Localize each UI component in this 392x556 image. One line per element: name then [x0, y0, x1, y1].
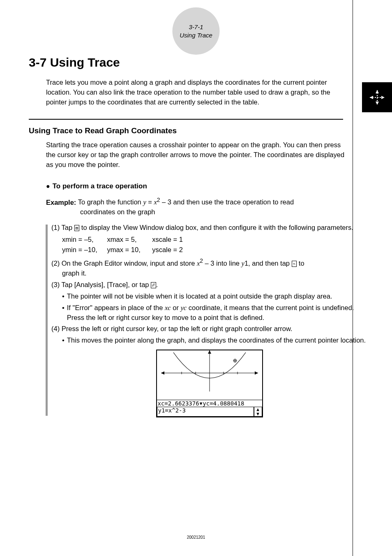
view-window-icon: ⊞: [74, 225, 80, 231]
step-1-params: xmin = –5, xmax = 5, xscale = 1 ymin = –…: [62, 234, 367, 255]
trace-figure: xc=2.6623376▼yc=4.0880418 y1=x^2-3 ▲▼: [156, 350, 263, 417]
svg-marker-17: [381, 96, 385, 99]
svg-marker-2: [208, 350, 211, 354]
trace-equation: y1=x^2-3: [157, 407, 254, 417]
step-4: (4) Press the left or right cursor key, …: [51, 324, 367, 334]
svg-marker-14: [376, 90, 379, 93]
page-right-margin: [353, 0, 392, 556]
step-3: (3) Tap [Analysis], [Trace], or tap ☍.: [51, 280, 367, 290]
section-divider: [29, 119, 343, 120]
svg-marker-16: [370, 96, 373, 99]
section-heading: Using Trace to Read Graph Coordinates: [29, 126, 367, 135]
page-title: 3-7 Using Trace: [29, 56, 367, 70]
example-text: To graph the function y = x2 – 3 and the…: [78, 198, 294, 206]
step-4-note-1: • This moves the pointer along the graph…: [62, 336, 367, 345]
steps-sidebar: [46, 225, 48, 416]
badge-line2: Using Trace: [180, 31, 212, 39]
stepper-icon: ▲▼: [254, 407, 262, 417]
svg-marker-15: [376, 102, 379, 105]
example-text-line2: coordinates on the graph: [80, 207, 367, 217]
badge-line1: 3-7-1: [189, 23, 203, 31]
page-header-badge: 3-7-1 Using Trace: [173, 7, 220, 55]
plot-area: [157, 350, 262, 400]
thumb-tab: [362, 82, 392, 112]
intro-paragraph: Trace lets you move a point along a grap…: [46, 78, 342, 107]
step-1: (1) Tap ⊞ to display the View Window dia…: [51, 223, 367, 233]
section-intro: Starting the trace operation causes a cr…: [46, 140, 346, 170]
example-label: Example:: [46, 198, 76, 206]
tab-crosshair-icon: [369, 89, 385, 106]
example-block: Example: To graph the function y = x2 – …: [46, 196, 367, 217]
trace-coordinates: xc=2.6623376▼yc=4.0880418: [157, 400, 262, 407]
footer-code: 20021201: [0, 535, 392, 540]
graph-icon: ⌁: [292, 261, 297, 267]
bullet-dot: ●: [46, 182, 50, 190]
step-3-note-2: • If "Error" appears in place of the xc …: [62, 303, 367, 323]
svg-marker-3: [161, 371, 164, 375]
step-3-note-1: • The pointer will not be visible when i…: [62, 292, 367, 301]
step-2: (2) On the Graph Editor window, input an…: [51, 257, 367, 278]
procedure-heading: To perform a trace operation: [53, 182, 147, 190]
trace-icon: ☍: [151, 282, 156, 288]
svg-marker-4: [255, 371, 258, 375]
